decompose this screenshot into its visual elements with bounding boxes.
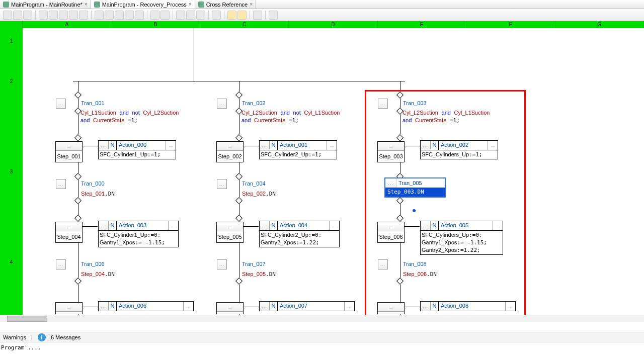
action-body[interactable]: SFC_Cylinders_Up:=0; Gantry1_Xpos:= -1.1… xyxy=(421,230,503,254)
tb-new[interactable] xyxy=(3,11,12,20)
step-menu[interactable]: ... xyxy=(217,222,243,231)
h-scrollbar[interactable] xyxy=(0,315,644,322)
action-qualifier[interactable]: N xyxy=(431,221,439,230)
trans-code[interactable]: Cyl_L1Suction and not Cyl_L2Suction and … xyxy=(80,109,179,124)
trans-menu[interactable]: ... xyxy=(378,99,388,109)
trans-name[interactable]: Tran_004 xyxy=(242,180,266,187)
action-name[interactable]: Action_001 xyxy=(278,141,327,150)
action-name[interactable]: Action_005 xyxy=(439,221,493,230)
tb-paste[interactable] xyxy=(59,11,68,20)
trans-name[interactable]: Tran_007 xyxy=(242,261,266,267)
trans-code[interactable]: Cyl_L2Suction and not Cyl_L1Suction and … xyxy=(242,109,340,124)
action-name[interactable]: Action_006 xyxy=(117,302,183,311)
step-menu[interactable]: ... xyxy=(378,303,404,312)
trans-menu[interactable]: ... xyxy=(56,259,66,269)
selection-handle[interactable] xyxy=(413,209,416,212)
action-menu2[interactable]: ... xyxy=(505,302,515,311)
tb-step-back[interactable] xyxy=(95,11,104,20)
action-body[interactable]: SFC_Cylinder2_Up:=0; Gantry2_Xpos:=1.22; xyxy=(260,230,339,247)
close-icon[interactable]: × xyxy=(85,2,88,7)
step-menu[interactable]: ... xyxy=(217,142,243,151)
action-Action_002[interactable]: ...NAction_002...SFC_Cylinders_Up:=1; xyxy=(420,140,498,159)
step-Step_002[interactable]: ...Step_002 xyxy=(216,141,244,162)
action-name[interactable]: Action_000 xyxy=(117,141,166,150)
tb-step-out[interactable] xyxy=(135,11,144,20)
trans-code[interactable]: Step_004.DN xyxy=(81,270,115,278)
tab-1[interactable]: MainProgram - Recovery_Process× xyxy=(91,0,195,9)
action-menu2[interactable]: ... xyxy=(344,302,354,311)
sfc-canvas[interactable]: ...Tran_001Cyl_L1Suction and not Cyl_L2S… xyxy=(23,28,644,315)
trans-menu[interactable]: ... xyxy=(217,179,227,189)
action-qualifier[interactable]: N xyxy=(431,141,439,150)
trans-name[interactable]: Tran_000 xyxy=(81,180,105,187)
trans-menu[interactable]: ... xyxy=(56,99,66,109)
step-menu[interactable]: ... xyxy=(378,222,404,231)
action-name[interactable]: Action_007 xyxy=(278,302,344,311)
tb-redo[interactable] xyxy=(79,11,88,20)
action-menu[interactable]: ... xyxy=(260,302,270,310)
action-menu[interactable]: ... xyxy=(421,221,431,230)
action-menu[interactable]: ... xyxy=(99,221,109,230)
action-menu2[interactable]: ... xyxy=(488,141,498,150)
step-menu[interactable]: ... xyxy=(56,303,82,312)
step-menu[interactable]: ... xyxy=(378,142,404,151)
close-icon[interactable]: × xyxy=(189,2,192,7)
tb-find[interactable] xyxy=(212,11,221,20)
action-menu[interactable]: ... xyxy=(260,221,270,230)
action-Action_001[interactable]: ...NAction_001...SFC_Cylinder2_Up:=1; xyxy=(259,140,337,159)
action-body[interactable]: SFC_Cylinders_Up:=1; xyxy=(421,150,498,159)
action-body[interactable]: SFC_Cylinder1_Up:=0; Gantry1_Xpos:= -1.1… xyxy=(99,230,178,247)
trans-name[interactable]: Tran_001 xyxy=(81,100,105,106)
tab-2[interactable]: Cross Reference× xyxy=(195,0,256,9)
trans-name[interactable]: Tran_008 xyxy=(403,261,427,267)
trans-name[interactable]: Tran_005 xyxy=(396,180,424,186)
trans-menu[interactable]: ... xyxy=(217,259,227,269)
tab-0[interactable]: MainProgram - MainRoutine*× xyxy=(0,0,91,9)
trans-code[interactable]: Step_006.DN xyxy=(403,270,437,278)
action-body[interactable]: SFC_Cylinder2_Up:=1; xyxy=(260,150,337,159)
action-qualifier[interactable]: N xyxy=(270,141,278,150)
trans-code[interactable]: Step_005.DN xyxy=(242,270,276,278)
action-name[interactable]: Action_004 xyxy=(278,221,329,230)
action-Action_007[interactable]: ...NAction_007... xyxy=(259,301,355,311)
tb-tool1[interactable] xyxy=(253,11,262,20)
trans-name[interactable]: Tran_003 xyxy=(403,100,427,106)
trans-code[interactable]: Step_001.DN xyxy=(81,190,115,198)
tb-mode1[interactable] xyxy=(227,11,236,20)
action-Action_003[interactable]: ...NAction_003...SFC_Cylinder1_Up:=0; Ga… xyxy=(98,221,179,247)
action-menu2[interactable]: ... xyxy=(166,141,176,150)
action-qualifier[interactable]: N xyxy=(109,141,117,150)
step-Step_006[interactable]: ...Step_006 xyxy=(377,222,405,243)
tb-step-into[interactable] xyxy=(115,11,124,20)
tb-save[interactable] xyxy=(23,11,32,20)
trans-selected[interactable]: ...Tran_005Step_003.DN xyxy=(385,178,445,197)
action-qualifier[interactable]: N xyxy=(270,302,278,311)
trans-code[interactable]: Step_002.DN xyxy=(242,190,276,198)
step-partial[interactable]: ... xyxy=(55,302,83,314)
action-name[interactable]: Action_003 xyxy=(117,221,168,230)
action-name[interactable]: Action_008 xyxy=(439,302,505,311)
step-menu[interactable]: ... xyxy=(217,303,243,312)
action-menu2[interactable]: ... xyxy=(327,141,337,150)
action-Action_008[interactable]: ...NAction_008... xyxy=(420,301,516,311)
action-menu2[interactable]: ... xyxy=(493,221,503,230)
action-qualifier[interactable]: N xyxy=(109,302,117,311)
trans-name[interactable]: Tran_006 xyxy=(81,261,105,267)
tb-copy[interactable] xyxy=(49,11,58,20)
tb-zoom-in[interactable] xyxy=(160,11,170,20)
tb-doc2[interactable] xyxy=(186,11,195,20)
tb-step-over[interactable] xyxy=(125,11,134,20)
action-menu[interactable]: ... xyxy=(99,141,109,149)
step-menu[interactable]: ... xyxy=(56,222,82,231)
step-menu[interactable]: ... xyxy=(56,142,82,151)
action-Action_005[interactable]: ...NAction_005...SFC_Cylinders_Up:=0; Ga… xyxy=(420,221,503,255)
trans-menu[interactable]: ... xyxy=(385,179,396,188)
trans-menu[interactable]: ... xyxy=(378,259,388,269)
close-icon[interactable]: × xyxy=(250,2,253,7)
tb-doc3[interactable] xyxy=(196,11,205,20)
h-scroll-thumb[interactable] xyxy=(7,316,47,322)
tb-tool2[interactable] xyxy=(269,11,278,20)
trans-code-selected[interactable]: Step_003.DN xyxy=(385,188,445,197)
output-pane[interactable]: Program'.... xyxy=(0,342,644,362)
tb-zoom-out[interactable] xyxy=(150,11,159,20)
